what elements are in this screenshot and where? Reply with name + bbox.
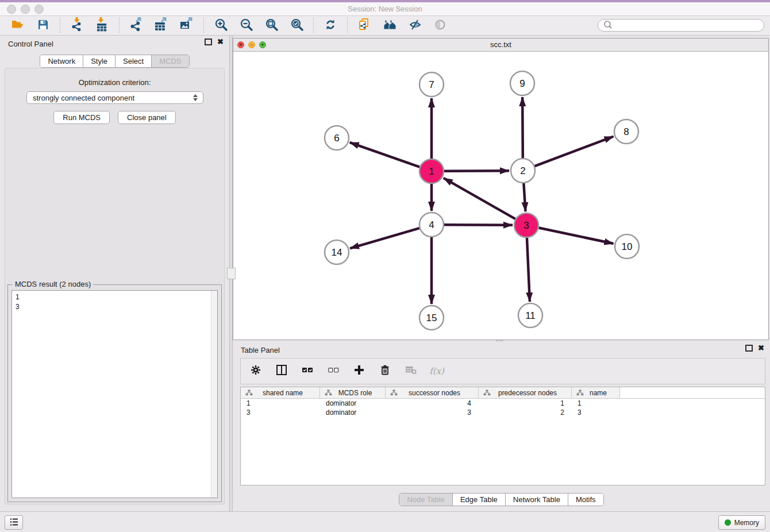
cell-predecessor-nodes[interactable]: 2: [479, 408, 572, 417]
clone-network-button[interactable]: [356, 18, 373, 34]
graph-node-10[interactable]: 10: [615, 234, 639, 259]
cell-successor-nodes[interactable]: 4: [386, 399, 479, 407]
hide-eye-button[interactable]: [406, 18, 424, 34]
clear-selection-checkboxes-button[interactable]: [326, 363, 340, 379]
table-tab-node-table[interactable]: Node Table: [399, 494, 453, 506]
tab-style[interactable]: Style: [83, 55, 116, 67]
table-row[interactable]: 1dominator411: [241, 399, 765, 408]
select-all-checkboxes-button[interactable]: [301, 363, 314, 379]
criterion-dropdown[interactable]: strongly connected component: [26, 91, 203, 104]
cell-MCDS-role[interactable]: dominator: [320, 408, 386, 417]
tab-select[interactable]: Select: [116, 55, 152, 67]
zoom-in-button[interactable]: [212, 18, 229, 34]
graph-node-1[interactable]: 1: [419, 159, 444, 183]
column-header-successor-nodes[interactable]: successor nodes: [386, 387, 479, 398]
edge-2-8[interactable]: [535, 136, 614, 166]
export-image-button[interactable]: [178, 18, 195, 34]
show-eye-button[interactable]: [432, 18, 449, 34]
open-session-button[interactable]: [9, 18, 26, 34]
panel-splitter-grip[interactable]: [227, 268, 236, 279]
main-toolbar: [0, 16, 770, 36]
settings-gear-button[interactable]: [249, 363, 263, 379]
close-table-panel-icon[interactable]: ✖: [758, 345, 764, 352]
cell-name[interactable]: 1: [572, 399, 620, 407]
save-session-button[interactable]: [34, 18, 52, 34]
graph-node-14[interactable]: 14: [325, 240, 349, 264]
float-panel-icon[interactable]: [205, 38, 212, 45]
table-header-row: shared nameMCDS rolesuccessor nodesprede…: [241, 387, 765, 399]
zoom-fit-button[interactable]: [263, 18, 280, 34]
edge-4-14[interactable]: [350, 228, 419, 248]
search-icon: [603, 20, 612, 31]
graph-node-3[interactable]: 3: [514, 213, 538, 237]
titlebar: Session: New Session: [0, 2, 770, 16]
edge-3-10[interactable]: [539, 228, 614, 244]
column-header-name[interactable]: name: [572, 387, 620, 398]
float-table-panel-icon[interactable]: [745, 345, 753, 352]
graph-node-7[interactable]: 7: [419, 72, 444, 97]
close-window-button[interactable]: [7, 5, 16, 14]
close-panel-button[interactable]: Close panel: [118, 111, 176, 124]
zoom-in-icon: [214, 18, 228, 33]
close-panel-icon[interactable]: ✖: [217, 38, 224, 45]
cell-shared-name[interactable]: 1: [241, 399, 320, 407]
export-network-button[interactable]: [128, 18, 145, 34]
graph-node-15[interactable]: 15: [419, 306, 444, 330]
settings-gear-icon: [250, 364, 261, 378]
edge-4-3[interactable]: [444, 225, 513, 225]
network-window: ✕ − + scc.txt 1234678910111415: [233, 38, 769, 340]
mcds-result-textarea[interactable]: 13: [11, 290, 218, 498]
maximize-window-button[interactable]: [34, 5, 44, 14]
table-tab-edge-table[interactable]: Edge Table: [453, 494, 506, 506]
search-input[interactable]: [612, 20, 764, 31]
delete-column-button[interactable]: [378, 363, 392, 379]
cell-successor-nodes[interactable]: 3: [386, 408, 479, 417]
delete-table-button[interactable]: [404, 363, 418, 379]
node-table[interactable]: shared nameMCDS rolesuccessor nodesprede…: [240, 387, 765, 485]
column-header-MCDS-role[interactable]: MCDS role: [320, 387, 386, 398]
import-network-button[interactable]: [68, 18, 86, 34]
edge-2-3[interactable]: [523, 183, 525, 211]
minimize-window-button[interactable]: [21, 5, 30, 14]
home-button[interactable]: [381, 18, 398, 34]
graph-node-6[interactable]: 6: [325, 126, 349, 150]
table-tab-motifs[interactable]: Motifs: [568, 494, 603, 506]
graph-node-2[interactable]: 2: [511, 159, 535, 183]
table-row[interactable]: 3dominator323: [241, 408, 765, 417]
add-column-button[interactable]: [352, 363, 366, 379]
refresh-view-button[interactable]: [322, 18, 339, 34]
network-canvas[interactable]: 1234678910111415: [233, 51, 768, 340]
zoom-out-button[interactable]: [237, 18, 255, 34]
column-header-shared-name[interactable]: shared name: [241, 387, 320, 398]
column-header-predecessor-nodes[interactable]: predecessor nodes: [479, 387, 572, 398]
cell-predecessor-nodes[interactable]: 1: [479, 399, 572, 407]
tab-mcds[interactable]: MCDS: [152, 55, 188, 67]
zoom-selected-button[interactable]: [288, 18, 305, 34]
toggle-columns-button[interactable]: [275, 363, 288, 379]
graph-node-11[interactable]: 11: [518, 303, 542, 327]
result-scrollbar[interactable]: [211, 291, 217, 498]
memory-button[interactable]: Memory: [718, 515, 765, 530]
edge-1-6[interactable]: [350, 142, 420, 167]
function-builder-button[interactable]: f(x): [430, 363, 444, 379]
import-table-button[interactable]: [94, 18, 111, 34]
run-mcds-button[interactable]: Run MCDS: [53, 111, 110, 124]
edge-2-9[interactable]: [522, 97, 523, 158]
export-table-button[interactable]: [153, 18, 170, 34]
cell-shared-name[interactable]: 3: [241, 408, 320, 417]
graph-node-8[interactable]: 8: [614, 119, 638, 144]
edge-3-1[interactable]: [444, 178, 515, 219]
network-window-titlebar[interactable]: ✕ − + scc.txt: [233, 38, 768, 52]
task-history-button[interactable]: [5, 515, 23, 530]
control-panel: Control Panel ✖ NetworkStyleSelectMCDS O…: [0, 36, 229, 512]
search-box[interactable]: [598, 19, 764, 32]
edge-1-2[interactable]: [444, 171, 509, 171]
graph-node-4[interactable]: 4: [419, 213, 444, 237]
graph-node-9[interactable]: 9: [510, 71, 534, 95]
table-tab-network-table[interactable]: Network Table: [506, 494, 568, 506]
toolbar-separator: [313, 18, 314, 34]
edge-3-11[interactable]: [527, 238, 530, 302]
tab-network[interactable]: Network: [40, 55, 83, 67]
cell-MCDS-role[interactable]: dominator: [320, 399, 386, 407]
cell-name[interactable]: 3: [572, 408, 620, 417]
